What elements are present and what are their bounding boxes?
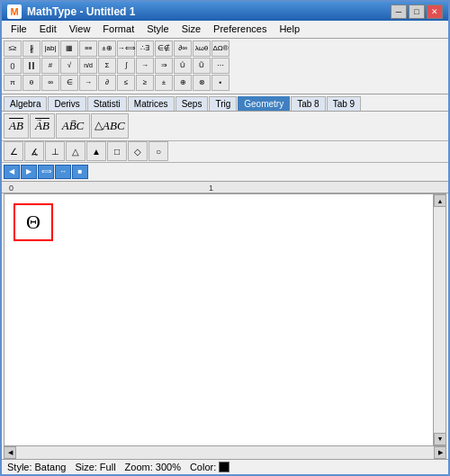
status-zoom: Zoom: 300%: [125, 462, 181, 472]
tab-algebra[interactable]: Algebra: [4, 96, 47, 111]
tb-partial[interactable]: ∂∞: [174, 40, 192, 57]
tb-rightarrow[interactable]: →: [79, 75, 97, 91]
maximize-button[interactable]: □: [409, 4, 425, 19]
tb-abs[interactable]: |ab|: [41, 40, 59, 57]
ruler-inner: 0 1: [2, 182, 448, 193]
tb-infty[interactable]: ∞: [41, 75, 59, 91]
tmpl-angle[interactable]: ∠: [4, 141, 23, 161]
fmt-btn-3[interactable]: ⟺: [38, 165, 54, 179]
hscroll-track[interactable]: [16, 446, 434, 459]
tb-matrix1[interactable]: ▦: [60, 40, 78, 57]
fmt-btn-1[interactable]: ◀: [4, 165, 20, 179]
title-bar-left: M MathType - Untitled 1: [7, 4, 135, 19]
fmt-btn-5[interactable]: ■: [72, 165, 88, 179]
menu-view[interactable]: View: [64, 22, 96, 36]
tb-arrow3[interactable]: ⇒: [155, 58, 173, 74]
tab-seps[interactable]: Seps: [176, 96, 209, 111]
menu-format[interactable]: Format: [97, 22, 140, 36]
tab-geometry[interactable]: Geometry: [238, 96, 290, 111]
tb-hash[interactable]: #: [41, 58, 59, 74]
tb-pm[interactable]: ±: [155, 75, 173, 91]
scroll-up[interactable]: ▲: [434, 194, 446, 207]
window-title: MathType - Untitled 1: [27, 5, 135, 18]
editor-main[interactable]: Θ: [4, 194, 433, 445]
menu-size[interactable]: Size: [176, 22, 206, 36]
tb-oplus[interactable]: ⊕: [174, 75, 192, 91]
status-size: Size: Full: [75, 462, 115, 472]
menu-preferences[interactable]: Preferences: [208, 22, 272, 36]
color-label: Color:: [190, 462, 216, 472]
bottom-scrollbar: ◀ ▶: [4, 446, 446, 459]
tmpl-arrow-ab[interactable]: AB →: [30, 113, 55, 139]
tb-theta[interactable]: θ: [22, 75, 40, 91]
tmpl-triangle2[interactable]: △: [66, 141, 86, 161]
tb-pi[interactable]: π: [4, 75, 22, 91]
tab-9[interactable]: Tab 9: [327, 96, 361, 111]
size-value: Full: [100, 462, 116, 472]
scroll-track[interactable]: [434, 207, 446, 432]
tb-lessequal[interactable]: ≤≥: [4, 40, 22, 57]
tb-element[interactable]: ∈∉: [155, 40, 173, 57]
tb-leq[interactable]: ≤: [117, 75, 135, 91]
tb-integral[interactable]: ∫: [117, 58, 135, 74]
tb-in[interactable]: ∈: [60, 75, 78, 91]
tmpl-perp[interactable]: ⊥: [45, 141, 65, 161]
menu-style[interactable]: Style: [141, 22, 174, 36]
tb-tilde[interactable]: Ũ: [193, 58, 211, 74]
ruler: 0 1: [2, 182, 448, 194]
zoom-label: Zoom:: [125, 462, 153, 472]
tb-sqrt[interactable]: √: [60, 58, 78, 74]
menu-edit[interactable]: Edit: [34, 22, 62, 36]
tb-neq[interactable]: ∦: [22, 40, 40, 57]
tb-hat[interactable]: Û: [174, 58, 192, 74]
tb-arrow2[interactable]: →: [136, 58, 154, 74]
fmt-btn-4[interactable]: ↔: [55, 165, 71, 179]
editor-wrapper: Θ ▲ ▼: [4, 193, 446, 445]
tab-8[interactable]: Tab 8: [291, 96, 325, 111]
tab-trig[interactable]: Trig: [209, 96, 237, 111]
close-button[interactable]: ✕: [427, 4, 443, 19]
tb-therefore[interactable]: ∴∃: [136, 40, 154, 57]
tb-frac[interactable]: n/d: [79, 58, 97, 74]
tb-norm[interactable]: ‖‖: [22, 58, 40, 74]
tb-otimes[interactable]: ⊗: [193, 75, 211, 91]
tmpl-rectangle[interactable]: □: [107, 141, 127, 161]
tb-geq[interactable]: ≥: [136, 75, 154, 91]
tb-matrix2[interactable]: ≡≡: [79, 40, 97, 57]
hscroll-right[interactable]: ▶: [434, 446, 446, 459]
ruler-label-0: 0: [9, 184, 14, 193]
status-bar: Style: Batang Size: Full Zoom: 300% Colo…: [2, 459, 448, 474]
toolbar-row-2: () ‖‖ # √ n/d Σ ∫ → ⇒ Û Ũ ⋯: [4, 58, 446, 74]
tb-arrow1[interactable]: →⟺: [117, 40, 135, 57]
tmpl-circle[interactable]: ○: [148, 141, 168, 161]
math-symbol-container: Θ: [14, 203, 53, 241]
menu-file[interactable]: File: [5, 22, 32, 36]
tab-derivs[interactable]: Derivs: [48, 96, 86, 111]
style-label: Style:: [7, 462, 32, 472]
tmpl-overline-ab[interactable]: AB: [4, 113, 29, 139]
tmpl-measuredangle[interactable]: ∡: [24, 141, 44, 161]
main-window: M MathType - Untitled 1 ─ □ ✕ File Edit …: [0, 0, 450, 476]
tb-delta[interactable]: ΔΩ®: [212, 40, 230, 57]
minimize-button[interactable]: ─: [391, 4, 407, 19]
zoom-value: 300%: [156, 462, 181, 472]
scroll-down[interactable]: ▼: [434, 433, 446, 445]
tmpl-diamond[interactable]: ◇: [128, 141, 148, 161]
tmpl-triangle-abc[interactable]: △ABC: [91, 113, 129, 139]
title-controls: ─ □ ✕: [391, 4, 443, 19]
tab-matrices[interactable]: Matrices: [128, 96, 175, 111]
tb-square[interactable]: ▪: [212, 75, 230, 91]
tb-partial2[interactable]: ∂: [98, 75, 116, 91]
tb-paren[interactable]: (): [4, 58, 22, 74]
tb-plusminus[interactable]: ±⊕: [98, 40, 116, 57]
app-icon: M: [7, 4, 22, 19]
tb-lambda[interactable]: λωθ: [193, 40, 211, 57]
menu-help[interactable]: Help: [274, 22, 305, 36]
tb-dots[interactable]: ⋯: [212, 58, 230, 74]
tb-sigma[interactable]: Σ: [98, 58, 116, 74]
tmpl-filledtriangle[interactable]: ▲: [86, 141, 106, 161]
hscroll-left[interactable]: ◀: [4, 446, 16, 459]
tab-statisti[interactable]: Statisti: [87, 96, 127, 111]
fmt-btn-2[interactable]: ▶: [21, 165, 37, 179]
tmpl-arc-abc[interactable]: ABC ⌢: [56, 113, 90, 139]
